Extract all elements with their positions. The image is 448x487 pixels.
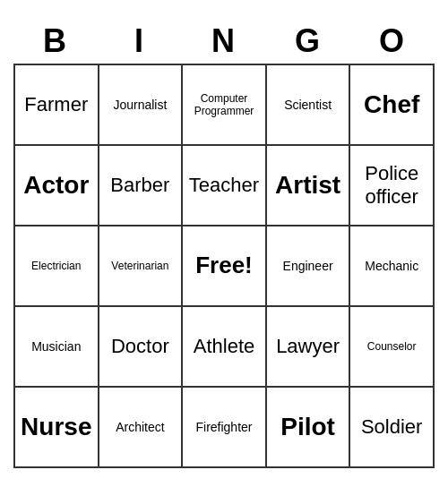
cell-r0-c0: Farmer (15, 65, 99, 146)
bingo-card: BINGO FarmerJournalistComputer Programme… (13, 19, 435, 468)
cell-r3-c3: Lawyer (267, 307, 351, 388)
cell-r4-c3: Pilot (267, 388, 351, 468)
cell-r0-c3: Scientist (267, 65, 351, 146)
header-letter: B (13, 19, 98, 64)
cell-r1-c3: Artist (267, 146, 351, 226)
cell-r4-c1: Architect (99, 388, 184, 468)
cell-r0-c1: Journalist (99, 65, 184, 146)
cell-r3-c0: Musician (15, 307, 99, 388)
header-letter: I (98, 19, 182, 64)
cell-r0-c2: Computer Programmer (183, 65, 267, 146)
header-letter: O (350, 19, 435, 64)
bingo-grid: FarmerJournalistComputer ProgrammerScien… (13, 64, 435, 468)
cell-r2-c0: Electrician (15, 226, 99, 307)
bingo-header: BINGO (13, 19, 435, 64)
cell-r1-c2: Teacher (183, 146, 267, 226)
cell-r4-c2: Firefighter (183, 388, 267, 468)
cell-r1-c4: Police officer (350, 146, 435, 226)
cell-r4-c0: Nurse (15, 388, 99, 468)
cell-r3-c1: Doctor (99, 307, 184, 388)
cell-r4-c4: Soldier (350, 388, 435, 468)
header-letter: G (266, 19, 350, 64)
cell-r3-c2: Athlete (183, 307, 267, 388)
cell-r3-c4: Counselor (350, 307, 435, 388)
cell-r0-c4: Chef (350, 65, 435, 146)
cell-r2-c1: Veterinarian (99, 226, 184, 307)
cell-r1-c0: Actor (15, 146, 99, 226)
header-letter: N (182, 19, 266, 64)
cell-r2-c4: Mechanic (350, 226, 435, 307)
cell-r2-c2: Free! (183, 226, 267, 307)
cell-r1-c1: Barber (99, 146, 184, 226)
cell-r2-c3: Engineer (267, 226, 351, 307)
